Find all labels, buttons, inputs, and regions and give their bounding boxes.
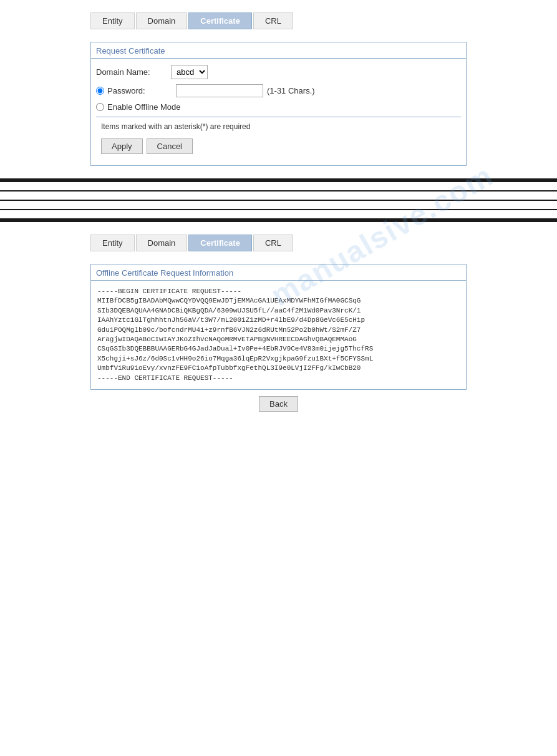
password-radio[interactable] — [96, 87, 104, 95]
tab-certificate-bottom[interactable]: Certificate — [188, 235, 252, 251]
thick-line-1 — [0, 178, 557, 182]
password-input[interactable] — [176, 84, 263, 97]
apply-button[interactable]: Apply — [101, 138, 143, 154]
tab-certificate-top[interactable]: Certificate — [188, 12, 252, 29]
button-row: Apply Cancel — [96, 136, 461, 159]
page-wrapper: manualsive.com Entity Domain Certificate… — [0, 0, 557, 756]
cancel-button[interactable]: Cancel — [147, 138, 193, 154]
required-note: Items marked with an asterisk(*) are req… — [96, 122, 461, 136]
thin-line-2 — [0, 200, 557, 201]
top-tab-bar: Entity Domain Certificate CRL — [90, 12, 467, 29]
tab-entity-bottom[interactable]: Entity — [90, 235, 135, 251]
request-certificate-body: Domain Name: abcd Password: (1-31 Chars.… — [91, 59, 466, 165]
offline-cert-panel: Offline Certificate Request Information … — [90, 264, 467, 390]
bottom-tab-bar: Entity Domain Certificate CRL — [90, 235, 467, 251]
separator — [96, 117, 461, 117]
tab-entity-top[interactable]: Entity — [90, 12, 135, 29]
offline-cert-title: Offline Certificate Request Information — [91, 264, 466, 281]
top-section: Entity Domain Certificate CRL Request Ce… — [0, 12, 557, 166]
tab-crl-bottom[interactable]: CRL — [253, 235, 293, 251]
tab-crl-top[interactable]: CRL — [253, 12, 293, 29]
domain-select[interactable]: abcd — [171, 65, 208, 79]
domain-name-control: abcd — [171, 65, 208, 79]
middle-section — [0, 178, 557, 222]
password-label: Password: — [107, 86, 176, 95]
password-hint: (1-31 Chars.) — [267, 86, 315, 95]
offline-mode-row: Enable Offline Mode — [96, 102, 461, 112]
back-button-row: Back — [90, 396, 467, 412]
offline-mode-radio[interactable] — [96, 103, 104, 111]
thin-line-3 — [0, 209, 557, 210]
offline-mode-label: Enable Offline Mode — [107, 102, 181, 112]
thick-line-2 — [0, 218, 557, 222]
domain-name-label: Domain Name: — [96, 67, 171, 77]
cert-text: -----BEGIN CERTIFICATE REQUEST----- MIIB… — [91, 281, 466, 389]
back-button[interactable]: Back — [259, 396, 298, 412]
request-certificate-panel: Request Certificate Domain Name: abcd Pa… — [90, 42, 467, 166]
domain-name-row: Domain Name: abcd — [96, 65, 461, 79]
request-certificate-title: Request Certificate — [91, 42, 466, 59]
tab-domain-top[interactable]: Domain — [136, 12, 188, 29]
thin-line-1 — [0, 190, 557, 191]
password-row: Password: (1-31 Chars.) — [96, 84, 461, 97]
tab-domain-bottom[interactable]: Domain — [136, 235, 188, 251]
bottom-section: Entity Domain Certificate CRL Offline Ce… — [0, 235, 557, 412]
